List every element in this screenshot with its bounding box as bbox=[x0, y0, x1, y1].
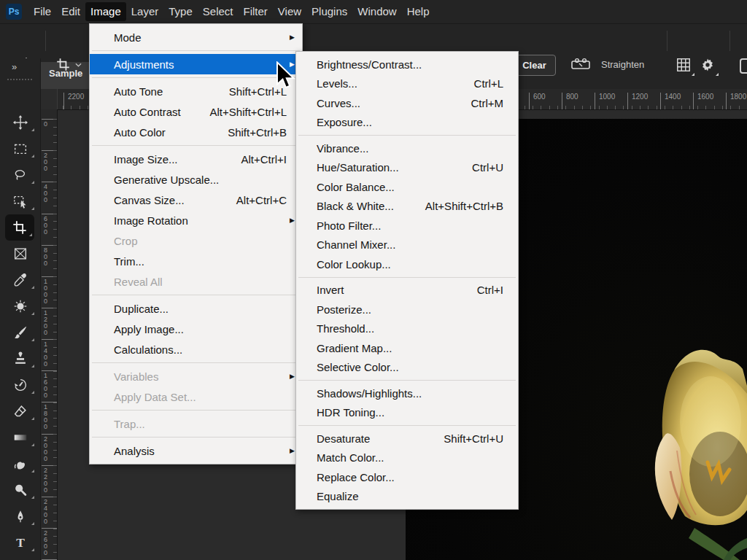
smudge-tool[interactable] bbox=[0, 451, 40, 477]
menu-item-label: Threshold... bbox=[317, 322, 374, 335]
menubar-item-type[interactable]: Type bbox=[163, 2, 198, 21]
crop-tool[interactable] bbox=[5, 214, 34, 241]
ruler-label: 8 0 0 bbox=[44, 247, 47, 267]
adjustments-item-exposure[interactable]: Exposure... bbox=[296, 113, 518, 133]
image-menu-item-generative-upscale[interactable]: Generative Upscale... bbox=[90, 169, 302, 190]
adjustments-item-photo-filter[interactable]: Photo Filter... bbox=[296, 216, 518, 236]
adjustments-item-equalize[interactable]: Equalize bbox=[296, 487, 518, 507]
photoshop-logo-icon[interactable]: Ps bbox=[6, 4, 22, 20]
straighten-button[interactable] bbox=[570, 58, 591, 74]
type-tool[interactable]: T bbox=[0, 529, 40, 556]
image-menu-item-canvas-size[interactable]: Canvas Size...Alt+Ctrl+C bbox=[90, 190, 302, 210]
adjustments-item-replace-color[interactable]: Replace Color... bbox=[296, 467, 518, 487]
menu-item-label: Duplicate... bbox=[114, 303, 169, 315]
ruler-corner bbox=[40, 89, 58, 109]
healing-brush-tool[interactable] bbox=[0, 293, 40, 319]
move-tool[interactable] bbox=[0, 109, 40, 136]
adjustments-item-vibrance[interactable]: Vibrance... bbox=[296, 139, 518, 158]
ruler-tick bbox=[595, 93, 595, 109]
menu-item-label: Auto Tone bbox=[114, 85, 163, 98]
frame-tool[interactable] bbox=[0, 241, 40, 267]
image-menu-item-trim[interactable]: Trim... bbox=[90, 251, 302, 271]
image-menu-item-duplicate[interactable]: Duplicate... bbox=[90, 298, 302, 319]
crop-tool-preset-button[interactable] bbox=[55, 57, 82, 72]
adjustments-item-color-balance[interactable]: Color Balance... bbox=[296, 177, 518, 197]
tools-panel-grip[interactable] bbox=[7, 79, 32, 80]
menu-item-label: Gradient Map... bbox=[317, 342, 392, 354]
adjustments-item-channel-mixer[interactable]: Channel Mixer... bbox=[296, 236, 518, 255]
menu-item-label: Exposure... bbox=[317, 116, 372, 128]
adjustments-item-posterize[interactable]: Posterize... bbox=[296, 300, 518, 319]
menubar-item-edit[interactable]: Edit bbox=[56, 2, 85, 21]
mouse-cursor bbox=[275, 61, 297, 95]
image-menu-item-auto-tone[interactable]: Auto ToneShift+Ctrl+L bbox=[90, 81, 302, 101]
eraser-tool[interactable] bbox=[0, 398, 40, 424]
chevron-down-icon bbox=[75, 63, 82, 67]
ruler-label: 1 6 0 0 bbox=[44, 373, 47, 399]
adjustments-item-hue-saturation[interactable]: Hue/Saturation...Ctrl+U bbox=[296, 158, 518, 178]
adjustments-item-shadows-highlights[interactable]: Shadows/Highlights... bbox=[296, 384, 518, 403]
menubar-item-plugins[interactable]: Plugins bbox=[306, 2, 352, 21]
image-menu-item-mode[interactable]: Mode▶ bbox=[90, 27, 302, 47]
menu-separator bbox=[92, 295, 300, 295]
menubar-item-filter[interactable]: Filter bbox=[239, 2, 273, 21]
menubar-item-file[interactable]: File bbox=[28, 2, 56, 21]
image-menu-item-calculations[interactable]: Calculations... bbox=[90, 339, 302, 359]
menubar-items: FileEditImageLayerTypeSelectFilterViewPl… bbox=[28, 2, 435, 21]
adjustments-item-selective-color[interactable]: Selective Color... bbox=[296, 358, 518, 378]
history-brush-tool[interactable] bbox=[0, 372, 40, 398]
lasso-tool[interactable] bbox=[0, 162, 40, 188]
menubar-item-select[interactable]: Select bbox=[198, 2, 239, 21]
pen-tool[interactable] bbox=[0, 503, 40, 529]
image-menu-item-crop: Crop bbox=[90, 230, 302, 251]
adjustments-item-desaturate[interactable]: DesaturateShift+Ctrl+U bbox=[296, 429, 518, 448]
menu-item-label: Canvas Size... bbox=[114, 194, 185, 206]
dodge-tool[interactable] bbox=[0, 477, 40, 503]
ruler-label: 1000 bbox=[599, 93, 615, 101]
adjustments-item-threshold[interactable]: Threshold... bbox=[296, 319, 518, 339]
photoshop-window: Sample 220060080010001200140016001800 02… bbox=[0, 0, 747, 560]
path-selection-tool[interactable] bbox=[0, 556, 40, 560]
adjustments-item-invert[interactable]: InvertCtrl+I bbox=[296, 281, 518, 300]
gradient-tool[interactable] bbox=[0, 424, 40, 451]
menu-item-label: HDR Toning... bbox=[317, 406, 384, 419]
object-selection-tool[interactable] bbox=[0, 188, 40, 214]
expand-tools-button[interactable]: » bbox=[12, 61, 18, 72]
rectangular-marquee-tool[interactable] bbox=[0, 136, 40, 162]
menubar-item-view[interactable]: View bbox=[273, 2, 306, 21]
vertical-ruler[interactable]: 02 0 04 0 06 0 08 0 01 0 0 01 2 0 01 4 0… bbox=[40, 109, 58, 560]
clone-stamp-tool[interactable] bbox=[0, 346, 40, 372]
menubar-item-window[interactable]: Window bbox=[352, 2, 401, 21]
adjustments-item-curves[interactable]: Curves...Ctrl+M bbox=[296, 93, 518, 113]
adjustments-item-hdr-toning[interactable]: HDR Toning... bbox=[296, 403, 518, 423]
adjustments-item-levels[interactable]: Levels...Ctrl+L bbox=[296, 74, 518, 94]
overlay-options-button[interactable] bbox=[676, 57, 692, 76]
crop-icon bbox=[55, 57, 71, 72]
menu-item-label: Trim... bbox=[114, 255, 144, 268]
delete-cropped-pixels-checkbox[interactable] bbox=[740, 58, 747, 74]
adjustments-item-brightness-contrast[interactable]: Brightness/Contrast... bbox=[296, 55, 518, 74]
image-menu-item-auto-color[interactable]: Auto ColorShift+Ctrl+B bbox=[90, 122, 302, 142]
image-menu-item-auto-contrast[interactable]: Auto ContrastAlt+Shift+Ctrl+L bbox=[90, 101, 302, 122]
menubar-item-help[interactable]: Help bbox=[402, 2, 435, 21]
eyedropper-tool[interactable] bbox=[0, 267, 40, 293]
submenu-arrow-icon: ▶ bbox=[290, 34, 302, 41]
clear-button[interactable]: Clear bbox=[513, 55, 556, 76]
image-menu-item-apply-image[interactable]: Apply Image... bbox=[90, 319, 302, 339]
image-menu-item-image-size[interactable]: Image Size...Alt+Ctrl+I bbox=[90, 149, 302, 169]
adjustments-item-color-lookup[interactable]: Color Lookup... bbox=[296, 254, 518, 274]
menu-item-shortcut: Alt+Ctrl+C bbox=[236, 194, 290, 206]
image-menu-item-image-rotation[interactable]: Image Rotation▶ bbox=[90, 210, 302, 230]
adjustments-item-match-color[interactable]: Match Color... bbox=[296, 448, 518, 468]
menubar-item-image[interactable]: Image bbox=[85, 2, 126, 21]
frame-tool-icon bbox=[12, 246, 28, 262]
image-menu-item-analysis[interactable]: Analysis▶ bbox=[90, 440, 302, 461]
crop-settings-button[interactable] bbox=[699, 56, 716, 77]
menu-bar: Ps FileEditImageLayerTypeSelectFilterVie… bbox=[0, 0, 747, 24]
brush-tool[interactable] bbox=[0, 319, 40, 346]
image-menu-item-adjustments[interactable]: Adjustments▶ bbox=[90, 54, 302, 74]
menu-item-label: Shadows/Highlights... bbox=[317, 387, 422, 400]
menubar-item-layer[interactable]: Layer bbox=[126, 2, 164, 21]
adjustments-item-black-white[interactable]: Black & White...Alt+Shift+Ctrl+B bbox=[296, 197, 518, 217]
adjustments-item-gradient-map[interactable]: Gradient Map... bbox=[296, 338, 518, 358]
